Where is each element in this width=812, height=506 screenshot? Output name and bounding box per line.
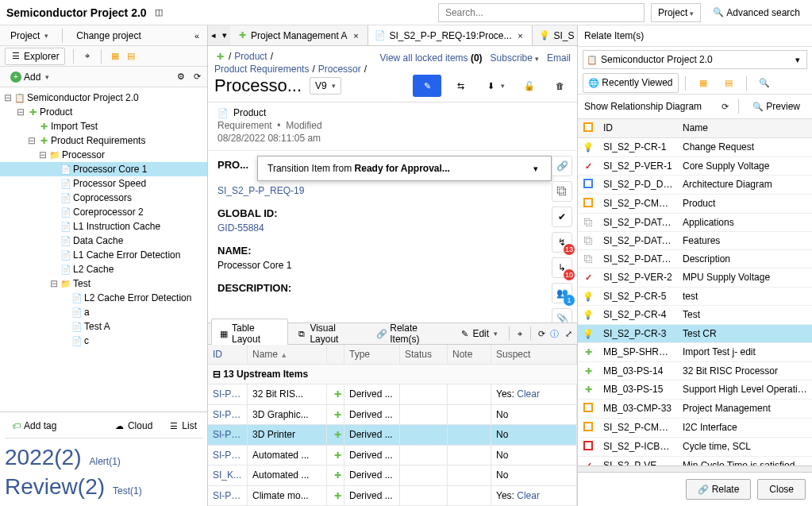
list-item[interactable]: SI_S2_P-VER-17Min Cycle Time is satisfie… [578,457,812,465]
relations-button[interactable]: ↯13 [552,232,572,253]
list-item[interactable]: ✚MB_03-PS-1432 Bit RISC Processor [578,362,812,381]
view-locked-link[interactable]: View all locked items (0) [379,52,482,64]
tree-item[interactable]: 📄L2 Cache [0,262,207,276]
table-row[interactable]: SI_K...Automated ...✚Derived ...No [208,465,577,486]
delete-button[interactable]: 🗑 [548,77,571,95]
users-button[interactable]: 👥1 [552,283,572,303]
relations-down-button[interactable]: ↳10 [552,257,572,278]
refresh-icon[interactable]: ⟳ [191,71,202,83]
tree-root[interactable]: ⊟📋Semiconductor Project 2.0 [0,91,207,105]
tag-review[interactable]: Review(2) [5,474,105,499]
col-suspect[interactable]: Suspect [491,345,577,364]
change-project-button[interactable]: Change project [71,27,146,44]
col-status[interactable]: Status [400,345,448,364]
clear-link[interactable]: Clear [517,490,540,501]
tab-prev-icon[interactable]: ◂ [208,30,219,41]
tab-pm[interactable]: ✚Project Management A× [230,25,368,45]
list-item[interactable]: SI_S2_P-CR-4Test [578,306,812,325]
table-row[interactable]: SI-PS...Climate mo...✚Derived ...Yes: Cl… [208,486,577,507]
filter-icon[interactable]: ⌖ [514,328,525,339]
filter-icon[interactable]: ⌖ [82,51,93,62]
window-icon[interactable]: ◫ [153,7,164,18]
add-tag-button[interactable]: 🏷Add tag [5,417,62,435]
rtab-grid2[interactable]: ▤ [718,73,740,93]
tree-import-test[interactable]: ✚Import Test [0,119,207,133]
refresh-icon[interactable]: ⟳ [536,328,547,339]
tree-item[interactable]: 📄Coprocessors [0,191,207,205]
table-row[interactable]: SI-PS...Automated ...✚Derived ...No [208,446,577,466]
tag-alert[interactable]: Alert(1) [90,456,121,467]
list-item[interactable]: SI_S2_P-VER-2MPU Supply Voltage [578,268,812,288]
tab-req[interactable]: 📄SI_S2_P-P_REQ-19:Proce...× [368,25,533,45]
attachment-button[interactable]: 📎 [552,308,572,323]
col-name[interactable]: Name [678,119,812,137]
rtab-grid1[interactable]: ▦ [692,73,714,93]
tree-item[interactable]: 📄L1 Instruction Cache [0,219,207,234]
add-button[interactable]: + Add [5,68,55,86]
close-icon[interactable]: × [514,30,525,41]
version-select[interactable]: V9 [310,77,341,95]
tab-dd-icon[interactable]: ▾ [219,30,230,41]
share-button[interactable]: ⇆ [449,77,471,95]
tree-item[interactable]: 📄L2 Cache Error Detection [0,291,207,305]
tree-item[interactable]: 📄Processor Core 1 [0,162,207,176]
btab-edit[interactable]: ✎Edit [452,325,504,342]
tab-si[interactable]: SI_S [533,25,577,45]
close-icon[interactable]: × [350,30,361,41]
table-row[interactable]: SI-PS...32 Bit RIS...✚Derived ...Yes: Cl… [208,384,577,405]
expand-right-icon[interactable]: ⤢ [563,328,574,339]
col-id[interactable]: ID [208,345,248,364]
col-type[interactable]: Type [344,345,400,364]
rtab-recent[interactable]: 🌐 Recently Viewed [583,73,679,93]
btab-visual[interactable]: ⧉Visual Layout [290,319,368,348]
list-item[interactable]: SI_S2_P-CMP-23Product [578,195,812,214]
col-id[interactable]: ID [598,119,678,137]
list-item[interactable]: SI_S2_P-DATA-...Features [578,232,812,250]
email-link[interactable]: Email [547,52,571,64]
refresh-icon[interactable]: ⟳ [719,101,730,112]
search-scope-select[interactable]: Project [651,3,701,22]
preview-button[interactable]: 🔍Preview [747,98,806,115]
link-button[interactable]: 🔗 [552,156,572,176]
close-button[interactable]: Close [757,479,806,500]
req-id[interactable]: SI_S2_P-P_REQ-19 [217,185,568,196]
clear-link[interactable]: Clear [517,388,540,400]
list-item[interactable]: SI_S2_P-CR-5test [578,288,812,307]
gear-icon[interactable]: ⚙ [175,71,187,83]
gid-value[interactable]: GID-55884 [217,222,568,234]
list-item[interactable]: SI_S2_P-CR-3Test CR [578,325,812,344]
grid-icon[interactable]: ▦ [110,51,121,62]
relate-project-select[interactable]: 📋 Semiconductor Project 2.0 ▾ [583,50,807,69]
tree-item[interactable]: 📄Data Cache [0,234,207,248]
tree-processor[interactable]: ⊟📁Processor [0,148,207,162]
tree-prod-req[interactable]: ⊟✚Product Requirements [0,133,207,148]
table-row[interactable]: SI-PS...3D Graphic...✚Derived ...No [208,405,577,426]
transition-dropdown[interactable]: Transition Item from Ready for Approval.… [257,156,552,181]
list-item[interactable]: SI_S2_P-CR-1Change Request [578,138,812,157]
subscribe-link[interactable]: Subscribe [491,52,539,64]
list-item[interactable]: SI_S2_P-ICBLK...Cycle time, SCL [578,438,812,457]
copy-button[interactable]: ⿻ [552,181,572,202]
advanced-search-button[interactable]: 🔍 Advanced search [707,4,806,21]
tree-item[interactable]: 📄Coreprocessor 2 [0,205,207,219]
crumb-pr[interactable]: Product Requirements [214,64,309,75]
list-view-button[interactable]: ☰List [163,417,202,435]
list-item[interactable]: ✚MB_SP-SHRQ-1Import Test j- edit [578,343,812,362]
tree-item[interactable]: 📄c [0,334,207,348]
rtab-search[interactable]: 🔍 [753,73,775,93]
group-upstream[interactable]: ⊟ 13 Upstream Items [208,365,577,384]
list-item[interactable]: SI_S2_P-VER-1Core Supply Voltage [578,157,812,176]
tree-item[interactable]: 📄a [0,305,207,319]
search-input[interactable] [438,3,645,22]
col-name[interactable]: Name ▲ [248,345,327,364]
crumb-proc[interactable]: Processor [318,64,361,75]
project-menu[interactable]: Project [5,27,54,44]
table-row[interactable]: SI-PS...3D Printer✚Derived ...No [208,425,577,446]
approve-button[interactable]: ✔ [552,207,572,227]
crumb-product[interactable]: Product [234,51,267,62]
list-item[interactable]: SI_S2_P-D_DE...Architecture Diagram [578,176,812,195]
grid-icon-2[interactable]: ▤ [125,51,137,62]
tree-test[interactable]: ⊟📁Test [0,276,207,291]
list-item[interactable]: ✚MB_03-PS-15Support High Level Operating [578,380,812,400]
tree-item[interactable]: 📄Test A [0,319,207,334]
